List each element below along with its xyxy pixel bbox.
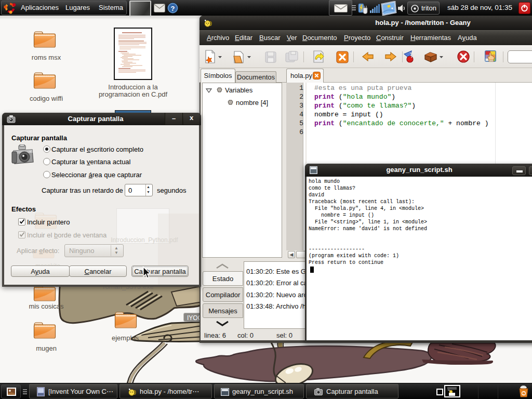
svg-text:?: ? bbox=[171, 5, 175, 12]
